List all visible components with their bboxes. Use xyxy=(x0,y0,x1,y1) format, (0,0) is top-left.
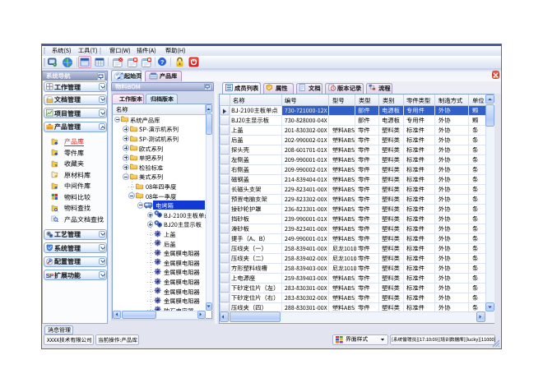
svg-text:?: ? xyxy=(160,58,165,66)
svg-text:P: P xyxy=(49,272,54,279)
